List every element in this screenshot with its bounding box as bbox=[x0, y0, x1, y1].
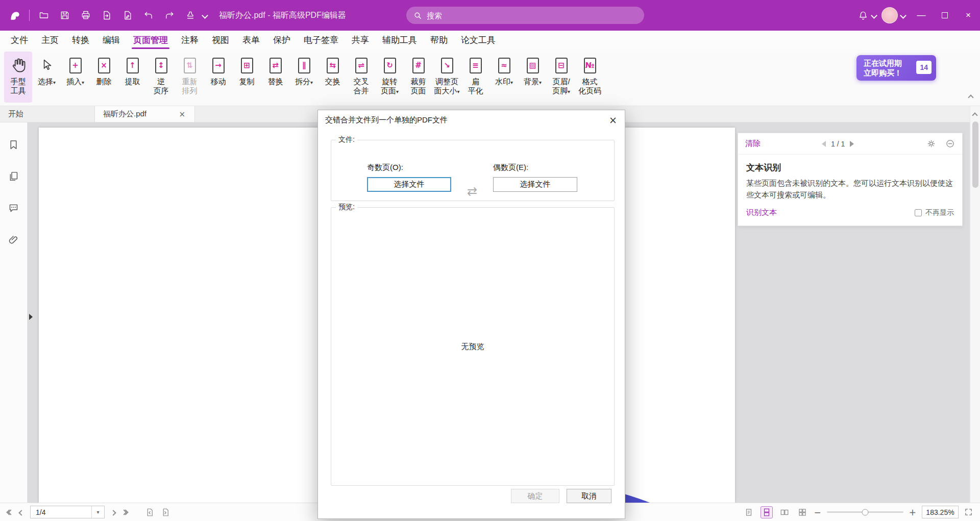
first-page-icon[interactable] bbox=[7, 510, 13, 514]
tool-split[interactable]: ∥ 拆分▾ bbox=[290, 52, 318, 103]
menu-paper-tools[interactable]: 论文工具 bbox=[454, 31, 502, 49]
attachments-panel-icon[interactable] bbox=[7, 233, 20, 246]
choose-even-file-button[interactable]: 选择文件 bbox=[493, 177, 577, 192]
tool-interleave-merge[interactable]: ⇌ 交叉 合并 bbox=[347, 52, 375, 103]
menu-edit[interactable]: 编辑 bbox=[96, 31, 127, 49]
save-icon[interactable] bbox=[56, 7, 74, 24]
swap-pages-icon: ⇆ bbox=[327, 55, 339, 76]
account-caret-icon[interactable] bbox=[900, 12, 906, 19]
user-avatar[interactable] bbox=[881, 7, 898, 23]
redo-icon[interactable] bbox=[161, 7, 178, 24]
undo-icon[interactable] bbox=[140, 7, 157, 24]
menu-help[interactable]: 帮助 bbox=[424, 31, 454, 49]
tool-swap[interactable]: ⇆ 交换 bbox=[318, 52, 347, 103]
swap-files-icon[interactable]: ⇄ bbox=[467, 184, 477, 199]
tab-close-icon[interactable]: × bbox=[178, 110, 186, 119]
menu-comment[interactable]: 注释 bbox=[175, 31, 205, 49]
expand-panel-handle[interactable] bbox=[28, 310, 34, 324]
fullscreen-icon[interactable] bbox=[964, 508, 973, 516]
previous-view-icon[interactable] bbox=[145, 508, 154, 517]
trial-buy-now-banner[interactable]: 正在试用期 立即购买！ 14 bbox=[856, 55, 936, 81]
tab-start[interactable]: 开始 bbox=[0, 106, 95, 122]
tool-watermark[interactable]: ≈ 水印▾ bbox=[490, 52, 518, 103]
tool-rotate-pages[interactable]: ↻ 旋转 页面▾ bbox=[376, 52, 404, 103]
notification-bell-icon[interactable] bbox=[854, 7, 872, 24]
tool-delete[interactable]: × 删除 bbox=[90, 52, 118, 103]
tool-header-footer[interactable]: ⊟ 页眉/ 页脚▾ bbox=[547, 52, 575, 103]
menu-file[interactable]: 文件 bbox=[4, 31, 35, 49]
tool-resize-pages[interactable]: ↘ 调整页 面大小▾ bbox=[433, 52, 461, 103]
zoom-slider[interactable] bbox=[827, 511, 903, 513]
comments-panel-icon[interactable] bbox=[7, 201, 20, 214]
tool-reverse-order[interactable]: ↕ 逆 页序 bbox=[147, 52, 175, 103]
minimize-button[interactable]: — bbox=[910, 0, 933, 31]
clear-notifications-link[interactable]: 清除 bbox=[745, 139, 761, 148]
close-button[interactable]: × bbox=[957, 0, 980, 31]
cancel-button[interactable]: 取消 bbox=[567, 489, 611, 503]
continuous-view-icon[interactable] bbox=[761, 506, 773, 518]
collapse-notification-icon[interactable] bbox=[945, 139, 955, 148]
tool-replace[interactable]: ⇄ 替换 bbox=[261, 52, 289, 103]
tool-flatten[interactable]: ≡ 扁 平化 bbox=[461, 52, 489, 103]
next-notification-icon[interactable] bbox=[850, 141, 854, 147]
menu-view[interactable]: 视图 bbox=[205, 31, 236, 49]
tool-extract[interactable]: ↑ 提取 bbox=[118, 52, 146, 103]
export-pdf-icon[interactable] bbox=[98, 7, 115, 24]
next-view-icon[interactable] bbox=[161, 508, 170, 517]
zoom-in-icon[interactable]: + bbox=[909, 507, 916, 517]
notification-caret-icon[interactable] bbox=[871, 12, 877, 19]
search-input[interactable] bbox=[427, 11, 637, 20]
prev-notification-icon[interactable] bbox=[822, 141, 826, 147]
menu-protect[interactable]: 保护 bbox=[266, 31, 297, 49]
page-number-box[interactable]: 1/4 ▾ bbox=[30, 506, 105, 518]
tab-document[interactable]: 福昕办公.pdf × bbox=[95, 106, 195, 122]
zoom-slider-thumb[interactable] bbox=[862, 509, 868, 515]
print-icon[interactable] bbox=[77, 7, 94, 24]
single-page-view-icon[interactable] bbox=[743, 506, 755, 518]
notification-settings-gear-icon[interactable] bbox=[926, 139, 936, 148]
tool-hand[interactable]: 手型 工具 bbox=[4, 52, 32, 103]
preview-groupbox: 预览: 无预览 bbox=[331, 207, 615, 486]
open-file-icon[interactable] bbox=[35, 7, 53, 24]
search-box[interactable] bbox=[406, 7, 644, 24]
menu-form[interactable]: 表单 bbox=[236, 31, 266, 49]
foxit-logo-icon[interactable] bbox=[6, 7, 23, 24]
edit-document-icon[interactable] bbox=[119, 7, 136, 24]
tool-duplicate[interactable]: ⊞ 复制 bbox=[233, 52, 261, 103]
facing-view-icon[interactable] bbox=[778, 506, 791, 518]
menu-page-management[interactable]: 页面管理 bbox=[127, 31, 175, 49]
collapse-ribbon-icon[interactable] bbox=[969, 92, 973, 102]
page-number-dropdown-icon[interactable]: ▾ bbox=[92, 509, 104, 515]
multi-page-view-icon[interactable] bbox=[796, 506, 808, 518]
zoom-level-box[interactable]: 183.25% bbox=[922, 506, 959, 518]
previous-page-icon[interactable] bbox=[19, 508, 23, 517]
menu-home[interactable]: 主页 bbox=[35, 31, 65, 49]
dont-show-again-checkbox[interactable]: 不再显示 bbox=[915, 208, 954, 217]
maximize-button[interactable] bbox=[933, 0, 957, 31]
next-page-icon[interactable] bbox=[111, 508, 115, 517]
menu-share[interactable]: 共享 bbox=[345, 31, 376, 49]
recognize-text-link[interactable]: 识别文本 bbox=[746, 208, 777, 217]
tool-crop-pages[interactable]: # 裁剪 页面 bbox=[404, 52, 432, 103]
scroll-up-icon[interactable] bbox=[973, 110, 977, 119]
menu-accessibility[interactable]: 辅助工具 bbox=[376, 31, 424, 49]
checkbox-box[interactable] bbox=[915, 209, 922, 216]
page-thumbnails-panel-icon[interactable] bbox=[7, 169, 20, 183]
choose-odd-file-button[interactable]: 选择文件 bbox=[367, 177, 451, 192]
last-page-icon[interactable] bbox=[122, 510, 128, 514]
crop-page-icon: # bbox=[412, 55, 425, 76]
bookmarks-panel-icon[interactable] bbox=[7, 138, 20, 151]
tool-insert[interactable]: + 插入▾ bbox=[61, 52, 89, 103]
menu-convert[interactable]: 转换 bbox=[65, 31, 96, 49]
customize-toolbar-caret-icon[interactable] bbox=[202, 12, 208, 19]
zoom-out-icon[interactable]: − bbox=[814, 507, 821, 517]
vertical-scrollbar[interactable] bbox=[970, 106, 980, 503]
tool-background[interactable]: ▨ 背景▾ bbox=[519, 52, 547, 103]
scrollbar-thumb[interactable] bbox=[972, 121, 978, 188]
tool-select[interactable]: 选择▾ bbox=[33, 52, 61, 103]
tool-format-page-numbers[interactable]: № 格式 化页码 bbox=[576, 52, 604, 103]
stamp-icon[interactable] bbox=[182, 7, 199, 24]
tool-move[interactable]: → 移动 bbox=[204, 52, 232, 103]
menu-esign[interactable]: 电子签章 bbox=[297, 31, 345, 49]
dialog-close-icon[interactable]: × bbox=[601, 110, 625, 130]
